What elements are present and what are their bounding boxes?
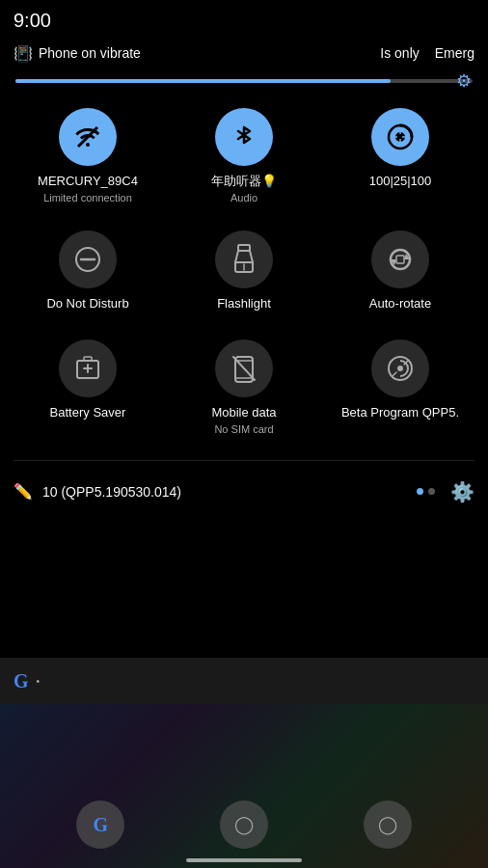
mobile-data-sublabel: No SIM card — [214, 423, 273, 435]
auto-rotate-icon — [385, 244, 416, 275]
separator — [14, 460, 474, 461]
brightness-gear-icon: ⚙ — [456, 70, 472, 92]
wifi-icon — [72, 122, 103, 152]
data-saver-icon — [384, 121, 417, 153]
settings-icon[interactable]: ⚙️ — [450, 480, 474, 503]
build-text: 10 (QPP5.190530.014) — [42, 484, 417, 500]
vibrate-icon: 📳 — [14, 44, 33, 63]
tiles-row-3: Battery Saver Mobile data No SIM card — [10, 330, 478, 443]
data-saver-icon-circle — [371, 108, 429, 166]
dock-icon-2[interactable]: ◯ — [220, 800, 268, 849]
home-indicator — [186, 858, 302, 862]
dnd-icon-circle — [59, 231, 117, 288]
dnd-label: Do Not Disturb — [46, 296, 128, 312]
google-dot: • — [37, 676, 41, 687]
dot-indicators[interactable] — [417, 488, 435, 495]
wallpaper-area: G ◯ ◯ — [0, 704, 488, 868]
brightness-track[interactable]: ⚙ — [15, 79, 473, 83]
tiles-row-1: MERCURY_89C4 Limited connection 年助听器💡 Au… — [10, 98, 478, 211]
bluetooth-label: 年助听器💡 — [211, 174, 277, 190]
brightness-fill — [15, 79, 391, 83]
dot-active — [417, 488, 423, 495]
flashlight-label: Flashlight — [217, 296, 271, 312]
dock-icon-3-icon: ◯ — [378, 814, 397, 835]
wifi-label: MERCURY_89C4 — [38, 174, 138, 190]
auto-rotate-icon-circle — [371, 231, 429, 288]
mobile-data-icon-circle — [215, 339, 273, 397]
status-time: 9:00 — [14, 10, 51, 32]
dock-icon-1[interactable]: G — [76, 800, 124, 849]
beta-icon — [385, 353, 416, 384]
flashlight-icon — [230, 243, 258, 276]
tiles-row-2: Do Not Disturb Flashlight — [10, 221, 478, 320]
auto-rotate-label: Auto-rotate — [369, 296, 431, 312]
dnd-icon — [72, 244, 103, 275]
build-bar: ✏️ 10 (QPP5.190530.014) ⚙️ — [0, 467, 488, 517]
svg-point-18 — [397, 366, 403, 371]
bluetooth-sublabel: Audio — [230, 192, 258, 203]
data-saver-label: 100|25|100 — [369, 174, 432, 190]
status-bar: 9:00 — [0, 0, 488, 37]
battery-saver-icon — [73, 353, 102, 384]
brightness-container[interactable]: ⚙ — [0, 69, 488, 91]
edit-icon[interactable]: ✏️ — [14, 482, 33, 501]
bottom-bar: G • — [0, 658, 488, 704]
tile-data-saver[interactable]: 100|25|100 — [333, 98, 468, 211]
dock-row: G ◯ ◯ — [0, 800, 488, 849]
tile-auto-rotate[interactable]: Auto-rotate — [333, 221, 468, 320]
tile-flashlight[interactable]: Flashlight — [176, 221, 312, 320]
battery-saver-label: Battery Saver — [50, 405, 126, 421]
tile-battery-saver[interactable]: Battery Saver — [20, 330, 155, 443]
mobile-data-icon — [230, 353, 258, 384]
dot-inactive — [428, 488, 435, 495]
beta-program-icon-circle — [371, 339, 429, 397]
wifi-icon-circle — [59, 108, 117, 166]
tile-beta-program[interactable]: Beta Program QPP5. — [333, 330, 468, 443]
emerg-text: Emerg — [435, 45, 474, 61]
bluetooth-icon-circle — [215, 108, 273, 166]
wifi-sublabel: Limited connection — [43, 192, 132, 203]
tile-do-not-disturb[interactable]: Do Not Disturb — [20, 221, 155, 320]
flashlight-icon-circle — [215, 231, 273, 288]
battery-saver-icon-circle — [59, 339, 117, 397]
phone-vibrate-text: Phone on vibrate — [39, 45, 380, 61]
mobile-data-label: Mobile data — [211, 405, 276, 421]
google-g-logo: G — [14, 670, 29, 692]
notification-bar: 📳 Phone on vibrate Is only Emerg — [0, 37, 488, 69]
svg-rect-10 — [84, 357, 92, 361]
google-icon: G — [94, 814, 109, 836]
bluetooth-icon — [229, 122, 259, 152]
beta-program-label: Beta Program QPP5. — [341, 405, 459, 421]
tile-mobile-data[interactable]: Mobile data No SIM card — [176, 330, 312, 443]
tile-bluetooth[interactable]: 年助听器💡 Audio — [176, 98, 312, 211]
svg-rect-8 — [396, 256, 404, 263]
tile-wifi[interactable]: MERCURY_89C4 Limited connection — [20, 98, 155, 211]
is-only-text: Is only — [380, 45, 419, 61]
quick-tiles-section: MERCURY_89C4 Limited connection 年助听器💡 Au… — [0, 91, 488, 456]
brightness-thumb: ⚙ — [453, 70, 474, 92]
dock-icon-2-icon: ◯ — [234, 814, 254, 835]
dock-icon-3[interactable]: ◯ — [364, 800, 412, 849]
